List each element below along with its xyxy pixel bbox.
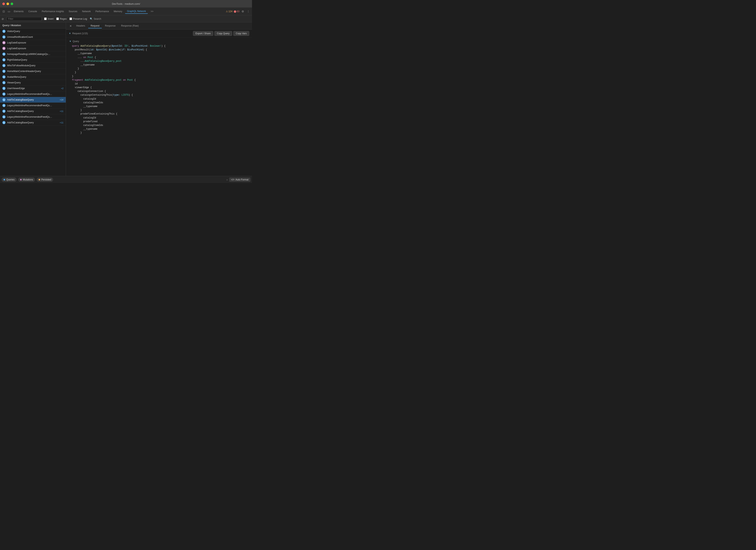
query-item-count: +11	[60, 110, 63, 112]
tab-performance[interactable]: Performance	[94, 9, 111, 14]
query-badge: Q	[2, 58, 6, 61]
preserve-log-checkbox[interactable]	[69, 18, 72, 20]
query-list-item[interactable]: QAddToCatalogBaseQuery+11	[0, 108, 66, 114]
code-line: catalogsContainingThis(type: LISTS) {	[69, 93, 249, 97]
mutations-dot	[20, 179, 22, 181]
mutation-badge: M	[2, 41, 6, 44]
query-badge: Q	[2, 121, 6, 124]
tab-request[interactable]: Request	[88, 24, 102, 28]
left-panel-header: Query / Mutation	[0, 22, 66, 29]
tab-network[interactable]: Network	[80, 9, 93, 14]
tab-console[interactable]: Console	[26, 9, 39, 14]
query-list-item[interactable]: QViewerQuery	[0, 80, 66, 86]
query-list-item[interactable]: QLegacyWebInlineRecommendedFeedQu…	[0, 103, 66, 108]
filter-options: Invert Regex Preserve Log 🔍 Search	[44, 18, 101, 20]
filter-input-wrap[interactable]	[6, 17, 42, 21]
collapse-arrow[interactable]: ▼	[69, 32, 71, 35]
tab-sources[interactable]: Sources	[67, 9, 79, 14]
copy-query-button[interactable]: Copy Query	[214, 31, 232, 36]
bottom-tab-mutations[interactable]: Mutations	[18, 178, 35, 182]
query-item-name: WhoToFollowModuleQuery	[7, 64, 63, 67]
code-line: postResult(id: $postId) @include(if: $is…	[69, 48, 249, 52]
preserve-log-option[interactable]: Preserve Log	[69, 18, 87, 20]
query-list-item[interactable]: QUnreadNotificationCount	[0, 34, 66, 40]
code-token: query	[72, 44, 79, 48]
query-list-item[interactable]: QAddToCatalogBaseQuery+14	[0, 97, 66, 103]
nav-bar: ⊡ ▭ Elements Console Performance insight…	[0, 7, 252, 15]
request-label: Request (1/15)	[72, 32, 88, 35]
tab-headers[interactable]: Headers	[74, 24, 87, 28]
tab-elements[interactable]: Elements	[12, 9, 26, 14]
query-list-item[interactable]: QHomeMainContentHeaderQuery	[0, 69, 66, 74]
section-collapse-arrow[interactable]: ▼	[69, 40, 71, 43]
invert-checkbox[interactable]	[44, 18, 47, 20]
tab-graphql-network[interactable]: GraphQL Network	[125, 9, 148, 14]
query-list-item[interactable]: QhomepageReadingListWithCatalogsQu…	[0, 51, 66, 57]
auto-format-button[interactable]: </> Auto Format	[229, 178, 250, 182]
code-token: catalogId	[83, 116, 96, 120]
tab-more[interactable]: >>	[149, 9, 155, 14]
tab-memory[interactable]: Memory	[112, 9, 124, 14]
close-panel-button[interactable]: ✕	[68, 24, 73, 28]
code-token: catalogsConnection {	[78, 90, 106, 93]
query-badge: Q	[2, 93, 6, 96]
code-line: }	[69, 71, 249, 74]
code-token: catalogItemIds	[83, 124, 103, 127]
code-token: :	[121, 44, 124, 48]
regex-option[interactable]: Regex	[56, 18, 67, 20]
copy-vars-button[interactable]: Copy Vars	[233, 31, 249, 36]
query-list-item[interactable]: MLogGateExposure	[0, 46, 66, 51]
code-token: :	[124, 48, 127, 52]
code-token: ...	[78, 56, 83, 59]
query-list-item[interactable]: QLegacyWebInlineRecommendedFeedQu…	[0, 114, 66, 120]
query-list-item[interactable]: QAvatarMenuQuery	[0, 74, 66, 80]
query-list-item[interactable]: MLogGateExposure	[0, 40, 66, 46]
query-list-item[interactable]: QLegacyWebInlineRecommendedFeedQu…	[0, 91, 66, 97]
bottom-tab-queries[interactable]: Queries	[2, 178, 17, 182]
more-options-icon[interactable]: ⋮	[246, 9, 250, 14]
query-item-name: AddToCatalogBaseQuery	[7, 121, 58, 124]
query-item-name: LegacyWebInlineRecommendedFeedQu…	[7, 116, 63, 118]
tab-performance-insights[interactable]: Performance insights	[40, 9, 66, 14]
code-token: ID!	[124, 44, 129, 48]
query-item-count: +11	[60, 121, 63, 124]
tab-response[interactable]: Response	[103, 24, 118, 28]
code-line: catalogId	[69, 116, 249, 120]
code-token	[83, 78, 85, 82]
code-token	[79, 44, 80, 48]
filter-input[interactable]	[8, 18, 36, 20]
query-list-item[interactable]: QWhoToFollowModuleQuery	[0, 63, 66, 69]
query-list-item[interactable]: QVisitorQuery	[0, 29, 66, 34]
code-line: predefined	[69, 120, 249, 124]
bottom-tab-persisted[interactable]: Persisted	[37, 178, 53, 182]
search-wrap[interactable]: 🔍 Search	[90, 18, 101, 20]
window-controls[interactable]	[2, 3, 13, 5]
maximize-button[interactable]	[11, 3, 13, 5]
clear-filter-icon[interactable]: ⊘	[2, 17, 4, 20]
code-line: }	[69, 131, 249, 135]
code-token: AddToCatalogBaseQuery_post	[85, 78, 121, 82]
bottom-arrow-icon[interactable]: ›	[227, 178, 228, 181]
inspect-icon[interactable]: ⊡	[2, 9, 6, 14]
window-title: DevTools - medium.com/	[112, 2, 140, 5]
export-share-button[interactable]: Export / Share	[193, 31, 213, 36]
query-item-name: AvatarMenuQuery	[7, 76, 63, 78]
action-buttons: Export / Share Copy Query Copy Vars	[193, 31, 249, 36]
query-item-count: +14	[60, 99, 63, 101]
minimize-button[interactable]	[6, 3, 9, 5]
invert-option[interactable]: Invert	[44, 18, 54, 20]
settings-icon[interactable]: ⚙	[241, 9, 245, 14]
query-list-item[interactable]: QRightSidebarQuery	[0, 57, 66, 63]
code-line: }	[69, 108, 249, 112]
query-badge: Q	[2, 30, 6, 33]
close-button[interactable]	[2, 3, 5, 5]
device-icon[interactable]: ▭	[7, 9, 11, 14]
code-token: }	[75, 71, 76, 74]
code-line: __typename	[69, 105, 249, 108]
error-icon: ⬤	[234, 10, 236, 13]
query-list-item[interactable]: QAddToCatalogBaseQuery+11	[0, 120, 66, 126]
regex-checkbox[interactable]	[56, 18, 59, 20]
query-list-item[interactable]: QUserViewerEdge+2	[0, 86, 66, 91]
tab-response-raw[interactable]: Response (Raw)	[119, 24, 141, 28]
regex-label: Regex	[60, 18, 67, 20]
